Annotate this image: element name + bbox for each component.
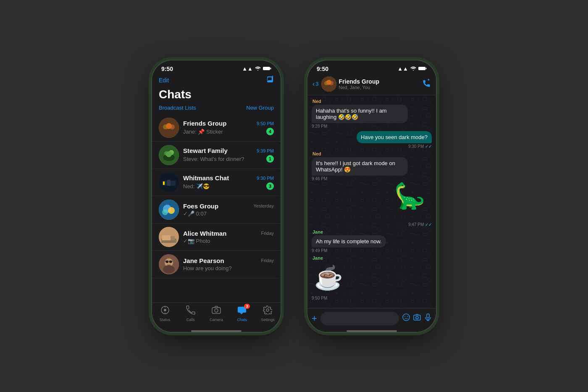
message-4: 🦕 9:47 PM ✓✓ (312, 184, 432, 227)
time-sent-1: 9:30 PM ✓✓ (408, 144, 432, 149)
avatar-stewart-family (159, 145, 179, 165)
svg-rect-13 (163, 182, 165, 185)
header-avatar-group (321, 76, 336, 92)
chat-list: Friends Group 9:50 PM Jane: 📌 Sticker 4 (152, 114, 281, 303)
tab-label-camera: Camera (210, 318, 223, 322)
avatar-jane-pearson (159, 254, 179, 274)
chat-item-stewart-family[interactable]: Stewart Family 9:39 PM Steve: What's for… (152, 142, 281, 169)
time-sticker-dino: 9:47 PM ✓✓ (408, 222, 432, 227)
camera-button[interactable] (413, 313, 421, 323)
notch (189, 61, 244, 72)
sticker-dino: 🦕 (394, 184, 432, 221)
tab-label-settings: Settings (261, 318, 275, 322)
phone-chat-detail: 9:50 ▲▲▲ ‹ 3 (307, 60, 437, 333)
chat-info-friends-group: Friends Group 9:50 PM Jane: 📌 Sticker 4 (183, 120, 274, 135)
chat-time-alice: Friday (261, 231, 274, 236)
chats-header: Edit Chats Broadcast Lists New Group (152, 74, 281, 114)
chat-name-foes: Foes Group (183, 203, 218, 210)
svg-rect-53 (414, 315, 420, 320)
message-input[interactable] (320, 312, 399, 325)
wifi-icon-2 (410, 66, 416, 72)
tab-label-chats: Chats (237, 318, 247, 322)
chat-preview-jane: How are you doing? (183, 265, 232, 271)
time-2: 9:50 (317, 66, 328, 72)
chat-name-jane: Jane Pearson (183, 257, 224, 264)
chats-subtitle: Broadcast Lists New Group (159, 105, 274, 111)
svg-point-42 (326, 80, 331, 85)
svg-point-18 (162, 209, 168, 215)
chat-name-stewart: Stewart Family (183, 147, 228, 154)
svg-point-52 (407, 316, 408, 317)
svg-point-17 (168, 207, 175, 214)
chat-preview-whitmans: Ned: ✈️😎 (183, 183, 210, 189)
avatar-alice-whitman (159, 227, 179, 247)
plus-button[interactable]: + (312, 313, 317, 324)
chat-preview-stewart: Steve: What's for dinner? (183, 156, 244, 162)
badge-friends-group: 4 (266, 128, 274, 135)
back-count: 3 (315, 81, 318, 87)
battery-icon (263, 66, 271, 72)
chat-item-friends-group[interactable]: Friends Group 9:50 PM Jane: 📌 Sticker 4 (152, 114, 281, 142)
bubble-ned-1: Hahaha that's so funny!! I am laughing 🤣… (312, 105, 408, 123)
tab-status[interactable]: Status (152, 305, 178, 322)
bubble-sent-1: Have you seen dark mode? (357, 131, 432, 143)
emoji-button[interactable] (402, 313, 410, 323)
new-group-button[interactable]: New Group (246, 105, 274, 111)
svg-rect-37 (418, 67, 425, 70)
svg-point-5 (166, 123, 172, 129)
chats-tab-badge: 3 (244, 304, 250, 309)
message-2: Have you seen dark mode? 9:30 PM ✓✓ (312, 131, 432, 149)
call-button[interactable] (423, 79, 431, 89)
time-ned-2: 9:46 PM (312, 176, 432, 181)
mic-button[interactable] (424, 313, 432, 323)
time-1: 9:50 (161, 66, 173, 72)
badge-whitmans: 3 (266, 182, 274, 190)
edit-button[interactable]: Edit (159, 77, 169, 84)
message-5: Jane Ah my life is complete now. 9:49 PM (312, 229, 432, 253)
chats-header-top: Edit (159, 76, 274, 85)
tab-camera[interactable]: Camera (203, 305, 229, 322)
time-coffee-sticker: 9:50 PM (312, 296, 432, 300)
sender-label-ned-2: Ned (312, 151, 432, 156)
chat-time-stewart: 9:39 PM (257, 148, 274, 153)
tab-chats[interactable]: 3 Chats (229, 305, 255, 322)
notch-2 (344, 61, 399, 72)
svg-point-54 (416, 316, 418, 319)
chats-screen: Edit Chats Broadcast Lists New Group (152, 74, 281, 332)
chat-item-alice-whitman[interactable]: Alice Whitman Friday ✓📷 Photo (152, 224, 281, 251)
checkmark-sticker: ✓✓ (425, 222, 432, 227)
compose-icon[interactable] (266, 76, 274, 85)
time-jane-1: 9:49 PM (312, 248, 432, 253)
svg-rect-0 (263, 67, 270, 70)
badge-stewart: 1 (266, 155, 274, 163)
svg-rect-55 (427, 314, 429, 318)
chat-time-foes: Yesterday (253, 203, 274, 208)
battery-icon-2 (418, 66, 427, 72)
tab-label-calls: Calls (186, 318, 195, 322)
tab-settings[interactable]: Settings (255, 305, 281, 322)
home-indicator-1 (191, 330, 242, 332)
back-button[interactable]: ‹ 3 (312, 80, 319, 88)
tab-calls[interactable]: Calls (178, 305, 203, 322)
avatar-whitmans (159, 172, 179, 192)
svg-rect-38 (426, 68, 427, 69)
chat-item-whitmans[interactable]: Whitmans Chat 9:30 PM Ned: ✈️😎 3 (152, 169, 281, 196)
sender-label-jane-2: Jane (312, 255, 432, 260)
time-ned-1: 9:28 PM (312, 124, 432, 129)
sticker-coffee: ☕ (312, 261, 345, 295)
svg-rect-22 (171, 236, 175, 240)
chat-item-foes-group[interactable]: Foes Group Yesterday ✓🎤 0:07 (152, 196, 281, 224)
chat-preview-foes: ✓🎤 0:07 (183, 210, 207, 217)
chat-info-jane: Jane Pearson Friday How are you doing? (183, 257, 274, 271)
bottom-tabs: Status Calls Camera (152, 303, 281, 329)
svg-rect-35 (212, 308, 220, 313)
svg-point-32 (164, 309, 166, 311)
chat-item-jane-pearson[interactable]: Jane Pearson Friday How are you doing? (152, 251, 281, 278)
chat-time-whitmans: 9:30 PM (257, 176, 274, 181)
chat-info-whitmans: Whitmans Chat 9:30 PM Ned: ✈️😎 3 (183, 174, 274, 190)
header-group-name: Friends Group (339, 78, 420, 85)
header-group-members: Ned, Jane, You (339, 85, 420, 90)
chat-header: ‹ 3 Friends Group Ned, Jane, You (307, 74, 436, 95)
svg-point-10 (166, 151, 172, 157)
broadcast-lists-button[interactable]: Broadcast Lists (159, 105, 196, 111)
